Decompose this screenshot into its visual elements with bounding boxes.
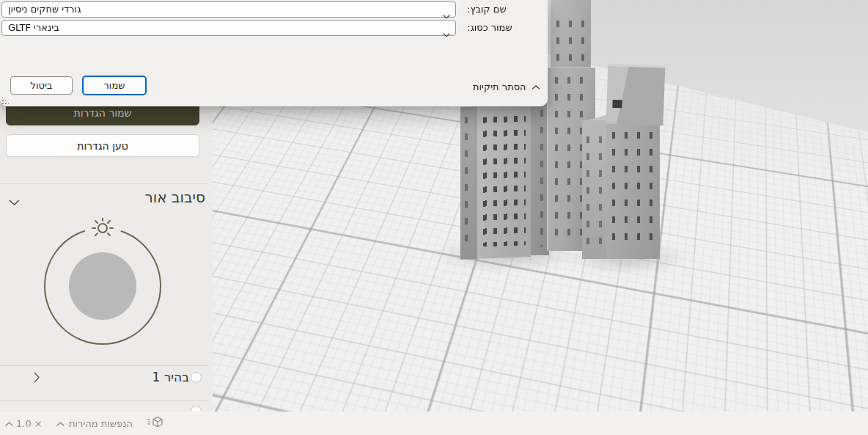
cancel-button[interactable]: ביטול bbox=[10, 76, 73, 95]
save-type-combobox[interactable]: בינארי GLTF bbox=[1, 20, 456, 36]
fast-animations-label[interactable]: הנפשות מהירות bbox=[69, 418, 133, 429]
building-windows bbox=[586, 136, 603, 247]
save-dialog: גורדי שחקים ניסיון שם קובץ: בינארי GLTF … bbox=[0, 0, 548, 106]
building-windows bbox=[465, 117, 475, 249]
divider bbox=[0, 401, 208, 401]
hide-folders-button[interactable]: הסתר תיקיות bbox=[473, 81, 540, 92]
building-windows bbox=[556, 21, 585, 66]
building-penthouse-cube[interactable] bbox=[606, 64, 666, 126]
building-left-tower[interactable] bbox=[460, 101, 531, 259]
save-button[interactable]: שמור bbox=[82, 76, 147, 95]
building-tall-tower-top[interactable] bbox=[551, 0, 591, 73]
chevron-up-icon bbox=[532, 81, 540, 92]
building-windows bbox=[612, 132, 654, 249]
building-face bbox=[606, 117, 660, 259]
playback-speed-value[interactable]: 1.0 × bbox=[16, 418, 43, 429]
building-windows bbox=[612, 100, 622, 108]
save-settings-label: שמור הגדרות bbox=[73, 107, 131, 119]
hide-folders-label: הסתר תיקיות bbox=[473, 81, 526, 92]
save-type-value[interactable]: בינארי GLTF bbox=[8, 22, 59, 33]
animation-cube-icon bbox=[147, 417, 163, 431]
sun-icon[interactable] bbox=[92, 218, 113, 235]
file-name-value[interactable]: גורדי שחקים ניסיון bbox=[8, 4, 81, 15]
file-name-label: שם קובץ: bbox=[467, 4, 507, 15]
lighting-preset-label: בהיר 1 bbox=[152, 370, 189, 384]
status-bar: 1.0 × הנפשות מהירות bbox=[0, 412, 868, 435]
save-button-label: שמור bbox=[104, 80, 125, 91]
chevron-right-icon[interactable] bbox=[34, 372, 40, 386]
divider bbox=[0, 183, 208, 184]
chevron-up-icon[interactable] bbox=[56, 418, 65, 429]
light-rotation-section-title: סיבוב אור bbox=[145, 189, 206, 206]
file-name-combobox[interactable]: גורדי שחקים ניסיון bbox=[1, 1, 456, 18]
building-face bbox=[460, 106, 478, 260]
chevron-down-icon[interactable] bbox=[9, 195, 20, 209]
building-face bbox=[582, 120, 607, 259]
chevron-up-icon[interactable] bbox=[5, 418, 13, 429]
dialog-resize-grip[interactable] bbox=[1, 96, 10, 104]
app-root: שמור הגדרות טען הגדרות סיבוב אור bbox=[0, 0, 868, 435]
building-right-tower[interactable] bbox=[582, 110, 660, 259]
load-settings-button[interactable]: טען הגדרות bbox=[6, 134, 199, 157]
divider bbox=[0, 365, 208, 366]
save-type-label: שמור כסוג: bbox=[467, 22, 512, 33]
lighting-preset-radio[interactable] bbox=[191, 372, 202, 383]
building-face bbox=[477, 101, 531, 259]
chevron-down-icon[interactable] bbox=[443, 26, 450, 40]
light-rotation-knob[interactable] bbox=[69, 252, 136, 320]
building-windows bbox=[483, 116, 526, 247]
load-settings-label: טען הגדרות bbox=[77, 140, 128, 152]
cancel-button-label: ביטול bbox=[31, 80, 53, 91]
